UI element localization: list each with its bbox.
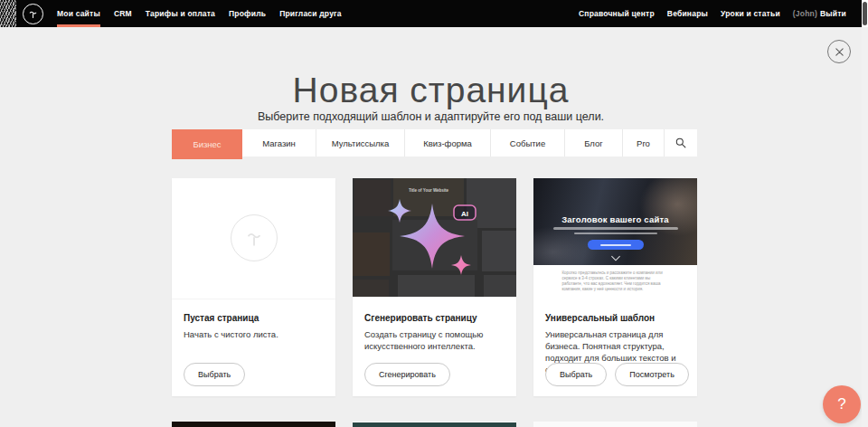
template-card-blank-page: Пустая страница Начать с чистого листа. … [172,178,335,396]
preview-text-line [553,227,678,230]
template-card-ai-generate: Title of Your Website [353,178,516,396]
card-preview-edge [353,422,516,427]
tab-label: Магазин [262,138,296,148]
tilda-ghost-icon [243,227,265,249]
nav-label: Пригласи друга [279,9,342,18]
generate-button[interactable]: Сгенерировать [364,363,450,386]
tilda-ghost-logo [231,214,278,261]
tab-label: Pro [637,138,650,148]
navbar-right-menu: Справочный центр Вебинары Уроки и статьи… [579,0,846,27]
nav-item-profile[interactable]: Профиль [229,0,266,27]
preview-text-line [574,232,657,235]
universal-preview: Заголовок вашего сайта Коротко представь… [533,178,697,297]
tab-label: Мультиссылка [332,138,390,148]
nav-item-tariffs[interactable]: Тарифы и оплата [146,0,215,27]
scrollbar-track[interactable] [862,0,868,427]
scrollbar-thumb[interactable] [863,2,867,25]
navbar-left-menu: Мои сайты CRM Тарифы и оплата Профиль Пр… [57,0,342,27]
card-description: Начать с чистого листа. [184,328,325,340]
preview-hero: Заголовок вашего сайта [533,178,697,265]
ai-preview-collage: Title of Your Website [353,178,516,297]
tab-business[interactable]: Бизнес [172,129,242,159]
template-card-partial [533,422,697,427]
tilda-logo[interactable] [23,4,43,24]
preview-hero-title: Заголовок вашего сайта [533,178,697,224]
nav-label: CRM [114,9,132,18]
page-subtitle: Выберите подходящий шаблон и адаптируйте… [0,110,862,123]
nav-item-help-center[interactable]: Справочный центр [579,0,655,27]
nav-item-my-sites[interactable]: Мои сайты [57,0,100,27]
nav-item-lessons[interactable]: Уроки и статьи [721,0,780,27]
preview-button[interactable]: Посмотреть [615,363,689,386]
card-buttons: Сгенерировать [364,363,450,386]
tab-label: Событие [510,138,545,148]
card-title: Сгенерировать страницу [364,313,505,323]
user-name: (John) [793,9,817,18]
search-icon [675,138,686,148]
chevron-down-icon [611,252,620,261]
tab-event[interactable]: Событие [491,129,565,157]
tab-shop[interactable]: Магазин [242,129,316,157]
ai-badge-label: AI [461,210,468,218]
tab-multilink[interactable]: Мультиссылка [316,129,405,157]
blank-page-preview [172,178,335,299]
nav-label: Уроки и статьи [721,9,780,18]
close-button[interactable] [827,40,851,63]
card-title: Универсальный шаблон [545,313,686,323]
card-preview-edge [172,422,335,427]
ai-sparkle-icon: AI [353,178,516,297]
tab-label: Блог [584,138,603,148]
tab-blog[interactable]: Блог [565,129,623,157]
card-preview-edge [533,422,697,427]
card-buttons: Выбрать Посмотреть [545,363,689,386]
nav-label: Вебинары [667,9,708,18]
choose-button[interactable]: Выбрать [545,363,607,386]
card-title: Пустая страница [184,313,325,323]
preview-cta-button [588,240,644,250]
close-icon [835,47,844,57]
top-navbar: Мои сайты CRM Тарифы и оплата Профиль Пр… [0,0,868,27]
tab-search[interactable] [665,129,697,157]
template-card-partial [353,422,516,427]
tab-quiz-form[interactable]: Квиз-форма [405,129,491,157]
nav-label: Профиль [229,9,266,18]
nav-item-crm[interactable]: CRM [114,0,132,27]
choose-button[interactable]: Выбрать [184,363,245,386]
card-buttons: Выбрать [184,363,245,386]
tab-label: Бизнес [193,139,221,149]
card-description: Создать страницу с помощью искусственног… [364,328,505,352]
nav-label: Тарифы и оплата [146,9,215,18]
template-category-tabs: Бизнес Магазин Мультиссылка Квиз-форма С… [172,129,697,157]
nav-label: Мои сайты [57,9,100,18]
nav-label: Справочный центр [579,9,655,18]
preview-body-text: Коротко представьтесь и расскажите о ком… [562,270,669,292]
page-title: Новая страница [0,71,862,110]
tilda-logo-icon [27,8,39,20]
tab-pro[interactable]: Pro [623,129,665,157]
nav-item-logout[interactable]: (John) Выйти [793,0,846,27]
app-window: Мои сайты CRM Тарифы и оплата Профиль Пр… [0,0,868,427]
help-question-icon: ? [837,395,845,413]
nav-item-invite-friend[interactable]: Пригласи друга [279,0,342,27]
tab-label: Квиз-форма [423,138,472,148]
logout-label: Выйти [820,9,846,18]
template-card-universal: Заголовок вашего сайта Коротко представь… [533,178,697,396]
preview-text-section: Коротко представьтесь и расскажите о ком… [533,265,697,297]
help-button[interactable]: ? [823,385,861,423]
background-texture [0,0,16,27]
template-card-partial [172,422,335,427]
nav-item-webinars[interactable]: Вебинары [667,0,708,27]
